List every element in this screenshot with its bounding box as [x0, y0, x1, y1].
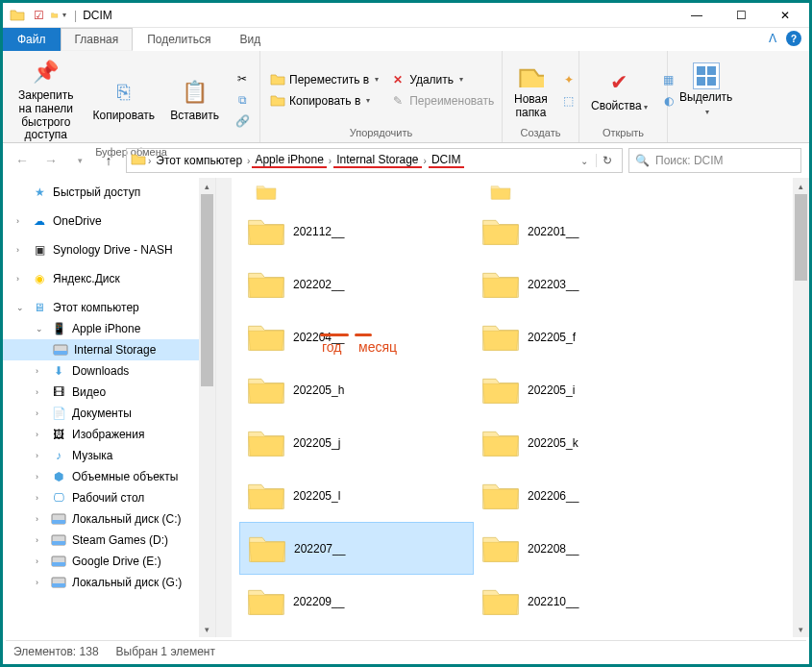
copy-button[interactable]: ⎘ Копировать	[87, 75, 161, 125]
folder-name: 202203__	[528, 278, 578, 291]
crumb-pc[interactable]: Этот компьютер	[153, 154, 245, 167]
desktop-icon: 🖵	[51, 490, 66, 506]
crumb-folder[interactable]: DCIM	[429, 153, 464, 168]
qat-folder2-icon[interactable]: ▾	[51, 7, 68, 24]
tree-quickaccess[interactable]: ★Быстрый доступ	[3, 182, 215, 203]
folder-item[interactable]: 202208__	[474, 522, 708, 575]
tab-file[interactable]: Файл	[3, 28, 61, 51]
tree-thispc[interactable]: ⌄🖥Этот компьютер	[3, 297, 215, 318]
move-to-button[interactable]: Переместить в▾	[266, 70, 382, 89]
new-item-icon: ✦	[561, 72, 577, 87]
folder-item[interactable]: 202206__	[474, 469, 708, 522]
folder-item[interactable]: 202205_h	[239, 363, 474, 416]
crumb-storage[interactable]: Internal Storage	[333, 153, 421, 168]
delete-button[interactable]: ✕Удалить▾	[386, 70, 498, 89]
tab-view[interactable]: Вид	[225, 28, 275, 51]
folder-item[interactable]: 202205_k	[474, 416, 708, 469]
folder-item[interactable]: 202112__	[239, 205, 474, 258]
tree-disk-g[interactable]: ›Локальный диск (G:)	[3, 572, 215, 593]
navigation-tree[interactable]: ★Быстрый доступ ›☁OneDrive ›▣Synology Dr…	[3, 178, 216, 637]
tree-desktop[interactable]: ›🖵Рабочий стол	[3, 487, 215, 508]
underline-month	[355, 334, 372, 336]
folder-name: 202202__	[293, 278, 344, 291]
tree-yadisk[interactable]: ›◉Яндекс.Диск	[3, 268, 215, 289]
folder-icon	[481, 318, 520, 357]
select-button[interactable]: Выделить▾	[674, 61, 738, 120]
ribbon-collapse-icon[interactable]: ᐱ	[769, 32, 776, 45]
annotation-month: месяц	[358, 339, 397, 355]
disk-icon	[51, 532, 66, 548]
tree-disk-d[interactable]: ›Steam Games (D:)	[3, 530, 215, 551]
scroll-up-icon[interactable]: ▴	[199, 178, 215, 194]
folder-item[interactable]: 202203__	[474, 258, 708, 310]
folder-item[interactable]	[239, 182, 474, 205]
folder-item[interactable]: 202207__	[239, 522, 474, 575]
breadcrumb-path[interactable]: › Этот компьютер › Apple iPhone › Intern…	[126, 148, 623, 173]
folder-item[interactable]	[474, 182, 708, 205]
tree-music[interactable]: ›♪Музыка	[3, 445, 215, 466]
paste-button[interactable]: 📋 Вставить	[164, 75, 225, 125]
paste-shortcut-button[interactable]: 🔗	[231, 111, 254, 131]
tree-scrollbar[interactable]: ▴ ▾	[199, 178, 215, 637]
tree-internal-storage[interactable]: Internal Storage	[3, 339, 215, 360]
scroll-down-icon[interactable]: ▾	[199, 621, 215, 637]
status-selection: Выбран 1 элемент	[116, 645, 215, 658]
folder-icon	[247, 265, 285, 304]
new-item-button[interactable]: ✦	[557, 70, 580, 89]
scroll-up-icon[interactable]: ▴	[793, 178, 809, 194]
folder-item[interactable]: 202205_l	[239, 469, 474, 522]
copy-to-button[interactable]: Копировать в▾	[266, 91, 382, 111]
scroll-down-icon[interactable]: ▾	[793, 621, 809, 637]
folder-item[interactable]: 202201__	[474, 205, 708, 258]
folder-item[interactable]: 202205_f	[474, 310, 708, 363]
refresh-button[interactable]: ↻	[596, 154, 618, 167]
tab-share[interactable]: Поделиться	[133, 28, 225, 51]
folder-item[interactable]: 202205_j	[239, 416, 474, 469]
title-separator: |	[74, 9, 77, 22]
recent-dropdown[interactable]: ▾	[68, 149, 91, 172]
help-icon[interactable]: ?	[786, 31, 801, 46]
search-input[interactable]: 🔍 Поиск: DCIM	[628, 148, 801, 173]
crumb-device[interactable]: Apple iPhone	[252, 153, 326, 168]
easy-access-button[interactable]: ⬚	[557, 91, 580, 111]
forward-button[interactable]: →	[39, 149, 62, 172]
folder-icon	[248, 530, 286, 568]
tab-home[interactable]: Главная	[61, 28, 134, 51]
minimize-button[interactable]: —	[675, 3, 719, 28]
rename-button[interactable]: ✎Переименовать	[386, 91, 498, 111]
new-folder-button[interactable]: Новая папка	[508, 59, 554, 122]
tree-documents[interactable]: ›📄Документы	[3, 403, 215, 424]
back-button[interactable]: ←	[11, 149, 34, 172]
folder-item[interactable]: 202205_i	[474, 363, 708, 416]
properties-button[interactable]: ✔ Свойства▾	[585, 65, 653, 115]
tree-synology[interactable]: ›▣Synology Drive - NASH	[3, 239, 215, 260]
pane-scrollbar[interactable]: ▴ ▾	[793, 178, 809, 637]
close-button[interactable]: ✕	[763, 3, 807, 28]
tree-downloads[interactable]: ›⬇Downloads	[3, 360, 215, 382]
maximize-button[interactable]: ☐	[719, 3, 763, 28]
pin-to-quickaccess-button[interactable]: 📌 Закрепить на панели быстрого доступа	[9, 55, 84, 144]
tree-pictures[interactable]: ›🖼Изображения	[3, 424, 215, 445]
copy-path-button[interactable]: ⧉	[231, 90, 254, 110]
tree-video[interactable]: ›🎞Видео	[3, 382, 215, 403]
cut-button[interactable]: ✂	[231, 69, 254, 88]
folder-item[interactable]: 202210__	[474, 575, 708, 628]
file-pane[interactable]: 202112__202201__202202__202203__202204__…	[216, 178, 809, 637]
folder-item[interactable]: 202202__	[239, 258, 474, 310]
qat-checkbox-icon[interactable]: ☑	[30, 7, 47, 24]
tree-iphone[interactable]: ⌄📱Apple iPhone	[3, 318, 215, 339]
qat-folder-icon[interactable]	[9, 7, 26, 24]
pane-scrollbar-thumb[interactable]	[795, 194, 807, 281]
path-dropdown[interactable]: ⌄	[580, 156, 588, 166]
tree-3dobjects[interactable]: ›⬢Объемные объекты	[3, 466, 215, 487]
pictures-icon: 🖼	[51, 427, 66, 442]
tree-onedrive[interactable]: ›☁OneDrive	[3, 210, 215, 232]
tree-disk-e[interactable]: ›Google Drive (E:)	[3, 551, 215, 572]
tree-disk-c[interactable]: ›Локальный диск (C:)	[3, 508, 215, 530]
up-button[interactable]: ↑	[97, 149, 120, 172]
folder-name: 202209__	[293, 595, 344, 608]
folder-item[interactable]: 202209__	[239, 575, 474, 628]
folder-item[interactable]: 202204__	[239, 310, 474, 363]
tree-scrollbar-thumb[interactable]	[201, 194, 213, 386]
column-gutter[interactable]	[216, 178, 232, 637]
